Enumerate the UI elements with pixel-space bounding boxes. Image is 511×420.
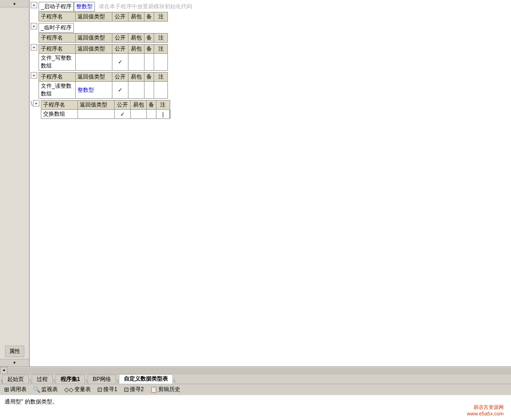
scroll-down-icon: ▼ [13, 361, 17, 365]
monitor-icon: 🔍 [33, 386, 40, 393]
read-data-row: 文件_读整数数组 整数型 ✓ [39, 82, 168, 99]
tab-sep5: \ [174, 379, 175, 384]
main-window: ▲ ▼ 属性 + _启动子程序 [0, 0, 511, 420]
read-section: + 子程序名 返回值类型 公开 易包 备 注 文件_读整数数组 [31, 72, 510, 99]
exchange-note1 [146, 110, 156, 119]
exchange-public: ✓ [114, 110, 130, 119]
variable-icon: ◇◇ [64, 386, 73, 393]
scroll-left-btn[interactable]: ◄ [0, 367, 7, 374]
table-header: 子程序名 返回值类型 公开 易包 备 注 [39, 73, 168, 82]
tab-sep1: \ [30, 379, 31, 384]
exchange-expand-btn[interactable]: + [33, 100, 39, 106]
attr-tab[interactable]: 属性 [5, 346, 24, 357]
col-header-public: 公开 [114, 101, 130, 110]
exchange-return [78, 110, 114, 119]
write-name: 文件_写整数数组 [39, 54, 76, 71]
table-header: 子程序名 返回值类型 公开 易包 备 注 [39, 34, 168, 43]
clip-history-icon: 📋 [150, 386, 157, 393]
write-expand-btn[interactable]: + [31, 44, 37, 50]
col-header-note1: 备 [146, 101, 156, 110]
exchange-section: \ + 子程序名 返回值类型 公开 易包 备 注 交换数组 [31, 100, 510, 119]
clip-history-btn[interactable]: 📋 剪辑历史 [148, 385, 183, 394]
read-easy [128, 82, 144, 99]
col-header-note1: 备 [144, 12, 154, 22]
col-header-return: 返回值类型 [76, 12, 112, 22]
description-area: 通用型" 的数据类型。 [0, 395, 511, 420]
col-header-public: 公开 [112, 73, 128, 82]
col-header-note2: 注 [154, 12, 168, 22]
exchange-data-row: 交换数组 ✓ | [41, 110, 170, 119]
table-header: 子程序名 返回值类型 公开 易包 备 注 [39, 12, 168, 22]
col-header-easy: 易包 [128, 34, 144, 43]
write-note2 [154, 54, 168, 71]
write-section: + 子程序名 返回值类型 公开 易包 备 注 文件_写整数数组 [31, 44, 510, 71]
startup-header-row: _启动子程序 整数型 请在本子程序中放置易模块初始化代码 [39, 2, 192, 11]
write-return [76, 54, 112, 71]
toolbar-row: ⊞ 调用表 🔍 监视表 ◇◇ 变量表 ⊡ 搜寻1 ⊡ 搜寻2 📋 剪辑历史 [0, 384, 511, 395]
col-header-return: 返回值类型 [76, 45, 112, 54]
write-data-row: 文件_写整数数组 ✓ [39, 54, 168, 71]
attr-tab-label: 属性 [9, 348, 20, 354]
col-header-note2: 注 [154, 34, 168, 43]
tab-program-set[interactable]: 程序集1 [56, 375, 85, 384]
search1-btn[interactable]: ⊡ 搜寻1 [95, 385, 120, 394]
read-public: ✓ [112, 82, 128, 99]
tab-custom-data[interactable]: 自定义数据类型表 [119, 374, 173, 384]
exchange-easy [130, 110, 146, 119]
col-header-easy: 易包 [128, 73, 144, 82]
tabs-row: \ 起始页 \ 过程 \ 程序集1 \ BP网络 \ 自定义数据类型表 \ [0, 374, 511, 384]
read-table: 子程序名 返回值类型 公开 易包 备 注 文件_读整数数组 整数型 ✓ [39, 72, 168, 99]
tab-sep2: \ [54, 379, 55, 384]
col-header-note1: 备 [144, 45, 154, 54]
col-header-return: 返回值类型 [76, 34, 112, 43]
col-header-easy: 易包 [130, 101, 146, 110]
tab-sep4: \ [117, 379, 118, 384]
col-header-note2: 注 [156, 101, 170, 110]
col-header-name: 子程序名 [39, 12, 76, 22]
table-header: 子程序名 返回值类型 公开 易包 备 注 [39, 45, 168, 54]
search2-label: 搜寻2 [130, 386, 144, 393]
call-table-label: 调用表 [10, 386, 27, 393]
description-text: 通用型" 的数据类型。 [5, 398, 58, 405]
temp-label: _临时子程序 [39, 23, 74, 33]
write-table: 子程序名 返回值类型 公开 易包 备 注 文件_写整数数组 ✓ [39, 44, 168, 71]
monitor-label: 监视表 [41, 386, 58, 393]
scroll-down-btn[interactable]: ▼ [0, 359, 29, 366]
read-expand-btn[interactable]: + [31, 72, 37, 78]
col-header-note1: 备 [144, 73, 154, 82]
search1-label: 搜寻1 [103, 386, 117, 393]
h-scrollbar: ◄ [0, 366, 511, 374]
monitor-table-btn[interactable]: 🔍 监视表 [31, 385, 60, 394]
startup-type: 整数型 [74, 2, 95, 11]
search1-icon: ⊡ [97, 386, 102, 393]
backslash-icon: \ [31, 100, 33, 107]
col-header-public: 公开 [112, 34, 128, 43]
scroll-up-btn[interactable]: ▲ [0, 0, 29, 7]
tab-sep3: \ [86, 379, 87, 384]
sidebar-content [0, 7, 29, 359]
call-table-icon: ⊞ [4, 386, 9, 393]
tab-start[interactable]: 起始页 [2, 375, 29, 384]
exchange-table: 子程序名 返回值类型 公开 易包 备 注 交换数组 ✓ [41, 100, 170, 119]
temp-section: + _临时子程序 子程序名 返回值类型 公开 易包 备 注 [31, 23, 510, 43]
tab-bp[interactable]: BP网络 [88, 375, 116, 384]
watermark: 易语言资源网 www.e5a5x.com [467, 404, 504, 416]
write-public: ✓ [112, 54, 128, 71]
startup-table: 子程序名 返回值类型 公开 易包 备 注 [39, 12, 168, 22]
temp-expand-btn[interactable]: + [31, 23, 37, 29]
col-header-return: 返回值类型 [78, 101, 114, 110]
call-table-btn[interactable]: ⊞ 调用表 [2, 385, 29, 394]
col-header-note2: 注 [154, 45, 168, 54]
tab-process[interactable]: 过程 [32, 375, 53, 384]
col-header-easy: 易包 [128, 12, 144, 22]
exchange-name: 交换数组 [41, 110, 78, 119]
startup-section: + _启动子程序 整数型 请在本子程序中放置易模块初始化代码 子程序名 返回值类… [31, 2, 510, 22]
col-header-name: 子程序名 [39, 34, 76, 43]
read-return: 整数型 [76, 82, 112, 99]
variable-table-btn[interactable]: ◇◇ 变量表 [62, 385, 93, 394]
exchange-cursor[interactable]: | [156, 110, 170, 119]
startup-expand-btn[interactable]: + [31, 2, 37, 8]
col-header-easy: 易包 [128, 45, 144, 54]
temp-header-row: _临时子程序 [39, 23, 168, 33]
search2-btn[interactable]: ⊡ 搜寻2 [122, 385, 146, 394]
